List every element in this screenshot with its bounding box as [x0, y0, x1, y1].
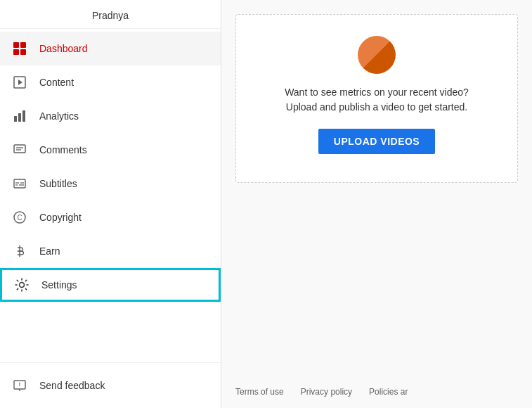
dashboard-icon — [11, 40, 28, 57]
sidebar-nav: Dashboard Content Analytics — [0, 29, 221, 362]
footer-links: Terms of use Privacy policy Policies ar — [235, 387, 408, 397]
sidebar-item-label: Settings — [41, 279, 77, 291]
svg-rect-5 — [14, 145, 25, 153]
sidebar-item-subtitles[interactable]: Subtitles — [0, 167, 221, 200]
sidebar-item-label: Earn — [39, 246, 60, 257]
upload-card: Want to see metrics on your recent video… — [235, 14, 518, 183]
sidebar-item-label: Send feedback — [39, 380, 105, 391]
svg-rect-8 — [14, 179, 25, 188]
earn-icon — [11, 243, 28, 260]
svg-marker-1 — [18, 79, 22, 85]
copyright-icon: C — [11, 209, 28, 226]
upload-videos-button[interactable]: UPLOAD VIDEOS — [318, 129, 435, 154]
subtitles-icon — [11, 175, 28, 192]
upload-description: Want to see metrics on your recent video… — [285, 85, 469, 115]
sidebar-item-label: Subtitles — [39, 178, 77, 189]
sidebar-item-copyright[interactable]: C Copyright — [0, 200, 221, 234]
footer-link-policies[interactable]: Policies ar — [369, 387, 408, 397]
sidebar: Pradnya Dashboard Content — [0, 0, 221, 408]
sidebar-item-content[interactable]: Content — [0, 65, 221, 99]
avatar — [358, 36, 396, 74]
sidebar-item-label: Content — [39, 77, 74, 88]
sidebar-item-settings[interactable]: Settings — [0, 268, 221, 302]
sidebar-username: Pradnya — [0, 0, 221, 29]
svg-rect-3 — [18, 113, 21, 122]
settings-icon — [13, 276, 30, 293]
sidebar-item-comments[interactable]: Comments — [0, 133, 221, 167]
sidebar-item-earn[interactable]: Earn — [0, 234, 221, 268]
sidebar-footer: ! Send feedback — [0, 362, 221, 408]
feedback-icon: ! — [11, 377, 28, 394]
sidebar-item-dashboard[interactable]: Dashboard — [0, 32, 221, 65]
sidebar-item-label: Comments — [39, 144, 87, 155]
sidebar-item-send-feedback[interactable]: ! Send feedback — [0, 369, 221, 402]
main-content: Want to see metrics on your recent video… — [221, 0, 532, 408]
svg-text:C: C — [18, 214, 22, 222]
footer-link-terms[interactable]: Terms of use — [235, 387, 284, 397]
svg-point-16 — [20, 283, 25, 288]
footer-link-privacy[interactable]: Privacy policy — [301, 387, 352, 397]
sidebar-item-label: Analytics — [39, 110, 79, 122]
analytics-icon — [11, 108, 28, 125]
svg-text:!: ! — [19, 381, 21, 388]
sidebar-item-label: Copyright — [39, 212, 82, 223]
content-icon — [11, 74, 28, 91]
sidebar-item-label: Dashboard — [39, 43, 88, 54]
comments-icon — [11, 141, 28, 158]
svg-rect-2 — [14, 116, 17, 122]
sidebar-item-analytics[interactable]: Analytics — [0, 99, 221, 133]
svg-rect-4 — [22, 110, 25, 122]
